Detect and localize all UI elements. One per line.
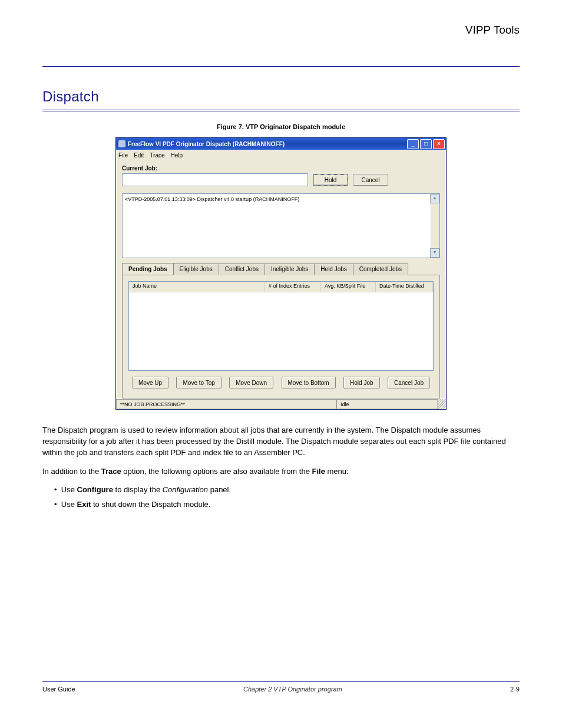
maximize-icon[interactable]: □ bbox=[420, 139, 432, 149]
menu-edit[interactable]: Edit bbox=[134, 152, 144, 159]
status-right: Idle bbox=[336, 399, 438, 409]
minimize-icon[interactable]: _ bbox=[407, 139, 419, 149]
col-index-entries[interactable]: # of Index Entries bbox=[265, 282, 321, 292]
col-distilled[interactable]: Date-Time Distilled bbox=[376, 282, 433, 292]
tab-pending[interactable]: Pending Jobs bbox=[122, 263, 174, 275]
paragraph-2: In addition to the Trace option, the fol… bbox=[42, 466, 520, 477]
scroll-up-icon[interactable]: ▴ bbox=[430, 194, 439, 203]
cancel-job-button[interactable]: Cancel Job bbox=[388, 377, 430, 388]
log-line: <VTPD-2005.07.01.13:33:09> Dispatcher v4… bbox=[125, 196, 299, 202]
table-buttons: Move Up Move to Top Move Down Move to Bo… bbox=[128, 377, 434, 392]
menu-trace[interactable]: Trace bbox=[150, 152, 164, 159]
titlebar[interactable]: FreeFlow VI PDF Originator Dispatch (RAC… bbox=[116, 138, 446, 150]
status-left: **NO JOB PROCESSING** bbox=[116, 399, 336, 409]
tab-conflict[interactable]: Conflict Jobs bbox=[219, 263, 265, 275]
table-header: Job Name # of Index Entries Avg. KB/Spli… bbox=[129, 282, 433, 292]
body-text: The Dispatch program is used to review i… bbox=[42, 425, 520, 510]
menu-help[interactable]: Help bbox=[171, 152, 183, 159]
jobs-table[interactable]: Job Name # of Index Entries Avg. KB/Spli… bbox=[128, 281, 434, 371]
log-area[interactable]: <VTPD-2005.07.01.13:33:09> Dispatcher v4… bbox=[122, 193, 440, 258]
footer-right: 2-9 bbox=[510, 686, 520, 693]
col-job-name[interactable]: Job Name bbox=[129, 282, 265, 292]
figure-caption: Figure 7. VTP Originator Dispatch module bbox=[42, 123, 520, 130]
hold-button[interactable]: Hold bbox=[313, 174, 348, 186]
tab-completed[interactable]: Completed Jobs bbox=[353, 263, 408, 275]
footer-left: User Guide bbox=[42, 686, 75, 693]
hold-job-button[interactable]: Hold Job bbox=[343, 377, 379, 388]
current-job-input[interactable] bbox=[122, 173, 308, 186]
bullet-2: • Use Exit to shut down the Dispatch mod… bbox=[54, 499, 520, 510]
cancel-button[interactable]: Cancel bbox=[353, 174, 388, 186]
move-down-button[interactable]: Move Down bbox=[229, 377, 273, 388]
menu-file[interactable]: File bbox=[118, 152, 128, 159]
file-bold: File bbox=[312, 467, 325, 476]
current-job-label: Current Job: bbox=[122, 165, 440, 172]
footer: User Guide Chapter 2 VTP Originator prog… bbox=[42, 681, 520, 693]
scroll-down-icon[interactable]: ▾ bbox=[430, 248, 439, 258]
tabs: Pending Jobs Eligible Jobs Conflict Jobs… bbox=[122, 263, 440, 275]
app-window: FreeFlow VI PDF Originator Dispatch (RAC… bbox=[115, 137, 447, 410]
paragraph-1: The Dispatch program is used to review i… bbox=[42, 425, 520, 459]
header-right: VIPP Tools bbox=[42, 24, 520, 37]
resize-grip-icon[interactable] bbox=[438, 399, 446, 409]
bullet-1: • Use Configure to display the Configura… bbox=[54, 485, 520, 496]
app-icon bbox=[118, 140, 125, 147]
section-rule bbox=[42, 110, 520, 111]
status-bar: **NO JOB PROCESSING** Idle bbox=[116, 398, 446, 409]
close-icon[interactable]: × bbox=[433, 139, 445, 149]
window-title: FreeFlow VI PDF Originator Dispatch (RAC… bbox=[128, 141, 285, 147]
section-title: Dispatch bbox=[42, 88, 520, 105]
tab-held[interactable]: Held Jobs bbox=[314, 263, 353, 275]
tab-ineligible[interactable]: Ineligible Jobs bbox=[265, 263, 315, 275]
move-top-button[interactable]: Move to Top bbox=[176, 377, 221, 388]
header-rule bbox=[42, 66, 520, 67]
col-avg-kb[interactable]: Avg. KB/Split File bbox=[321, 282, 376, 292]
footer-mid: Chapter 2 VTP Originator program bbox=[243, 686, 342, 693]
move-bottom-button[interactable]: Move to Bottom bbox=[282, 377, 336, 388]
menu-bar: File Edit Trace Help bbox=[116, 150, 446, 160]
trace-bold: Trace bbox=[101, 467, 121, 476]
move-up-button[interactable]: Move Up bbox=[132, 377, 168, 388]
tab-eligible[interactable]: Eligible Jobs bbox=[173, 263, 219, 275]
